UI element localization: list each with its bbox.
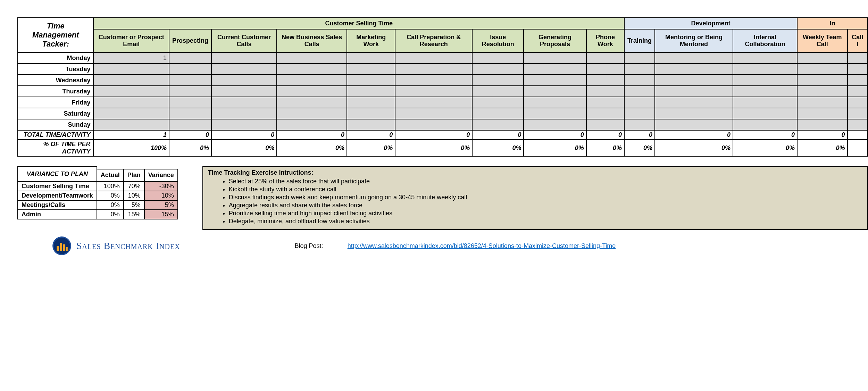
time-cell[interactable] [624, 119, 655, 130]
time-cell[interactable] [524, 97, 586, 108]
time-cell[interactable] [395, 108, 472, 119]
time-cell[interactable] [277, 108, 347, 119]
time-cell[interactable] [211, 108, 277, 119]
time-cell[interactable] [655, 119, 733, 130]
time-cell[interactable] [848, 86, 868, 97]
time-cell[interactable] [211, 86, 277, 97]
time-cell[interactable] [848, 97, 868, 108]
time-cell[interactable] [347, 52, 395, 64]
time-cell[interactable] [93, 97, 169, 108]
time-cell[interactable] [472, 108, 524, 119]
time-cell[interactable] [347, 64, 395, 75]
time-cell[interactable] [624, 97, 655, 108]
time-cell[interactable] [93, 64, 169, 75]
time-cell[interactable] [733, 75, 797, 86]
time-cell[interactable] [472, 86, 524, 97]
time-cell[interactable] [733, 108, 797, 119]
time-cell[interactable] [586, 108, 624, 119]
time-cell[interactable] [347, 97, 395, 108]
time-cell[interactable] [586, 119, 624, 130]
time-cell[interactable] [395, 52, 472, 64]
time-cell[interactable] [277, 52, 347, 64]
time-cell[interactable] [524, 64, 586, 75]
time-cell[interactable] [347, 75, 395, 86]
blog-post-link[interactable]: http://www.salesbenchmarkindex.com/bid/8… [348, 242, 616, 250]
time-cell[interactable] [524, 108, 586, 119]
time-cell[interactable] [733, 64, 797, 75]
time-cell[interactable] [797, 119, 848, 130]
time-cell[interactable] [733, 52, 797, 64]
time-cell[interactable] [797, 52, 848, 64]
time-cell[interactable] [277, 86, 347, 97]
time-cell[interactable] [524, 75, 586, 86]
time-cell[interactable] [797, 97, 848, 108]
time-cell[interactable] [624, 52, 655, 64]
time-cell[interactable] [655, 75, 733, 86]
time-cell[interactable] [472, 64, 524, 75]
time-cell[interactable] [586, 64, 624, 75]
time-cell[interactable] [848, 52, 868, 64]
time-cell[interactable] [169, 64, 211, 75]
time-cell[interactable] [524, 86, 586, 97]
time-cell[interactable] [524, 119, 586, 130]
time-cell[interactable] [848, 75, 868, 86]
time-cell[interactable] [211, 119, 277, 130]
time-cell[interactable] [395, 64, 472, 75]
time-cell[interactable] [624, 64, 655, 75]
time-cell[interactable] [655, 64, 733, 75]
time-cell[interactable] [169, 75, 211, 86]
time-cell[interactable] [169, 52, 211, 64]
time-cell[interactable] [472, 75, 524, 86]
time-cell[interactable] [586, 86, 624, 97]
time-cell[interactable] [211, 75, 277, 86]
time-cell[interactable] [848, 108, 868, 119]
time-cell[interactable] [277, 75, 347, 86]
time-cell[interactable] [395, 119, 472, 130]
time-cell[interactable] [655, 52, 733, 64]
time-cell[interactable] [277, 119, 347, 130]
time-cell[interactable] [169, 86, 211, 97]
time-cell[interactable] [347, 86, 395, 97]
time-cell[interactable]: 1 [93, 52, 169, 64]
time-cell[interactable] [169, 108, 211, 119]
time-cell[interactable] [395, 75, 472, 86]
time-cell[interactable] [347, 108, 395, 119]
time-cell[interactable] [277, 97, 347, 108]
time-cell[interactable] [169, 97, 211, 108]
time-cell[interactable] [586, 75, 624, 86]
time-cell[interactable] [733, 86, 797, 97]
time-cell[interactable] [472, 97, 524, 108]
time-cell[interactable] [472, 52, 524, 64]
time-cell[interactable] [797, 75, 848, 86]
time-cell[interactable] [277, 64, 347, 75]
time-cell[interactable] [347, 119, 395, 130]
time-cell[interactable] [524, 52, 586, 64]
time-cell[interactable] [733, 97, 797, 108]
time-cell[interactable] [395, 86, 472, 97]
time-cell[interactable] [93, 86, 169, 97]
time-cell[interactable] [848, 64, 868, 75]
time-cell[interactable] [211, 52, 277, 64]
time-cell[interactable] [211, 64, 277, 75]
time-cell[interactable] [624, 75, 655, 86]
time-cell[interactable] [93, 108, 169, 119]
time-cell[interactable] [395, 97, 472, 108]
time-cell[interactable] [797, 86, 848, 97]
time-cell[interactable] [586, 97, 624, 108]
time-cell[interactable] [169, 119, 211, 130]
time-cell[interactable] [211, 97, 277, 108]
time-cell[interactable] [655, 108, 733, 119]
time-cell[interactable] [733, 119, 797, 130]
time-cell[interactable] [624, 86, 655, 97]
time-cell[interactable] [586, 52, 624, 64]
time-cell[interactable] [797, 64, 848, 75]
time-cell[interactable] [472, 119, 524, 130]
time-cell[interactable] [655, 86, 733, 97]
total-cell: 0 [624, 130, 655, 140]
time-cell[interactable] [93, 119, 169, 130]
time-cell[interactable] [93, 75, 169, 86]
time-cell[interactable] [797, 108, 848, 119]
time-cell[interactable] [655, 97, 733, 108]
time-cell[interactable] [624, 108, 655, 119]
time-cell[interactable] [848, 119, 868, 130]
